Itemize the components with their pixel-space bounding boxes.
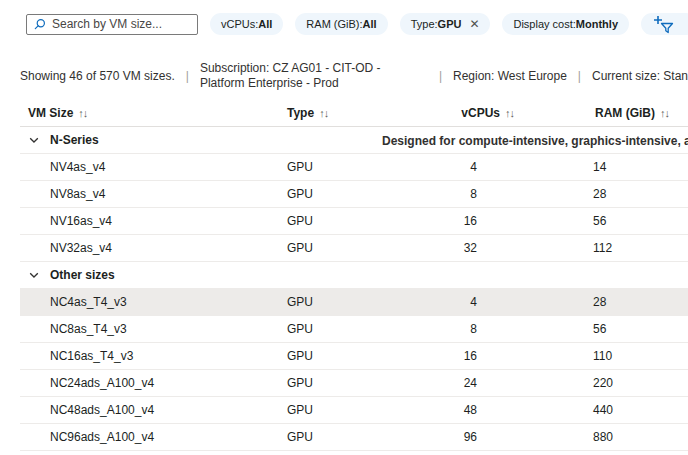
vm-size-table: VM Size↑↓ Type↑↓ vCPUs↑↓ RAM (GiB)↑↓ N-S… (20, 100, 688, 451)
results-count: Showing 46 of 570 VM sizes. (20, 69, 175, 84)
divider: | (578, 69, 581, 84)
type-cell: GPU (287, 403, 440, 417)
table-row[interactable]: NV4as_v4 GPU 4 14 (20, 154, 688, 181)
ram-cell: 28 (514, 187, 688, 201)
vm-size-cell: NV32as_v4 (20, 241, 287, 255)
vm-size-cell: NC4as_T4_v3 (20, 295, 287, 309)
remove-filter-icon[interactable]: ✕ (469, 18, 479, 30)
group-name: Other sizes (50, 268, 115, 282)
ram-cell: 220 (514, 376, 688, 390)
ram-cell: 110 (514, 349, 688, 363)
column-header-vcpus[interactable]: vCPUs↑↓ (440, 106, 514, 120)
type-cell: GPU (287, 187, 440, 201)
search-input[interactable] (52, 17, 190, 31)
type-cell: GPU (287, 430, 440, 444)
vcpus-cell: 4 (440, 295, 514, 309)
filter-label: vCPUs (221, 18, 255, 30)
filter-value: Monthly (576, 18, 618, 30)
sort-icon: ↑↓ (78, 107, 87, 119)
filter-value: GPU (438, 18, 462, 30)
type-cell: GPU (287, 214, 440, 228)
filter-pill-display-cost[interactable]: Display cost : Monthly (502, 13, 629, 35)
column-header-vm-size[interactable]: VM Size↑↓ (20, 106, 287, 120)
chevron-down-icon[interactable] (28, 134, 40, 146)
vcpus-cell: 96 (440, 430, 514, 444)
table-row[interactable]: NC8as_T4_v3 GPU 8 56 (20, 316, 688, 343)
group-row-n-series[interactable]: N-Series Designed for compute-intensive,… (20, 127, 688, 154)
vcpus-cell: 48 (440, 403, 514, 417)
sort-icon: ↑↓ (505, 107, 514, 119)
filter-pill-ram[interactable]: RAM (GiB) : All (295, 13, 387, 35)
column-header-ram[interactable]: RAM (GiB)↑↓ (514, 106, 688, 120)
type-cell: GPU (287, 376, 440, 390)
filter-value: All (363, 18, 377, 30)
table-row[interactable]: NV8as_v4 GPU 8 28 (20, 181, 688, 208)
vm-size-picker: vCPUs : All RAM (GiB) : All Type : GPU ✕… (0, 0, 688, 455)
sort-icon: ↑↓ (660, 107, 669, 119)
vm-size-cell: NV4as_v4 (20, 160, 287, 174)
vm-size-cell: NV16as_v4 (20, 214, 287, 228)
table-row[interactable]: NV16as_v4 GPU 16 56 (20, 208, 688, 235)
filter-bar: vCPUs : All RAM (GiB) : All Type : GPU ✕… (0, 0, 688, 48)
table-row-selected[interactable]: NC4as_T4_v3 GPU 4 28 (20, 289, 688, 316)
type-cell: GPU (287, 322, 440, 336)
subscription-info: Subscription: CZ AG01 - CIT-OD - Platfor… (200, 61, 428, 91)
filter-value: All (258, 18, 272, 30)
sort-icon: ↑↓ (319, 107, 328, 119)
search-box[interactable] (26, 14, 198, 35)
table-header-row: VM Size↑↓ Type↑↓ vCPUs↑↓ RAM (GiB)↑↓ (20, 100, 688, 127)
vcpus-cell: 8 (440, 187, 514, 201)
filter-label: RAM (GiB) (306, 18, 359, 30)
vm-size-cell: NC48ads_A100_v4 (20, 403, 287, 417)
ram-cell: 880 (514, 430, 688, 444)
vcpus-cell: 32 (440, 241, 514, 255)
vm-size-cell: NC24ads_A100_v4 (20, 376, 287, 390)
ram-cell: 56 (514, 322, 688, 336)
vm-size-cell: NV8as_v4 (20, 187, 287, 201)
group-row-other-sizes[interactable]: Other sizes (20, 262, 688, 289)
vcpus-cell: 24 (440, 376, 514, 390)
table-row[interactable]: NC16as_T4_v3 GPU 16 110 (20, 343, 688, 370)
ram-cell: 14 (514, 160, 688, 174)
table-row[interactable]: NC48ads_A100_v4 GPU 48 440 (20, 397, 688, 424)
filter-pill-vcpus[interactable]: vCPUs : All (210, 13, 283, 35)
filter-label: Display cost (513, 18, 572, 30)
table-row[interactable]: NC96ads_A100_v4 GPU 96 880 (20, 424, 688, 451)
vcpus-cell: 8 (440, 322, 514, 336)
ram-cell: 56 (514, 214, 688, 228)
type-cell: GPU (287, 160, 440, 174)
vm-size-cell: NC16as_T4_v3 (20, 349, 287, 363)
vm-size-cell: NC96ads_A100_v4 (20, 430, 287, 444)
group-name: N-Series (50, 133, 99, 147)
add-filter-icon (653, 15, 675, 34)
divider: | (186, 69, 189, 84)
vcpus-cell: 16 (440, 349, 514, 363)
current-size-info: Current size: Standard (592, 69, 688, 84)
filter-label: Type (411, 18, 435, 30)
type-cell: GPU (287, 349, 440, 363)
vm-size-cell: NC8as_T4_v3 (20, 322, 287, 336)
vcpus-cell: 16 (440, 214, 514, 228)
table-row[interactable]: NV32as_v4 GPU 32 112 (20, 235, 688, 262)
summary-bar: Showing 46 of 570 VM sizes. | Subscripti… (0, 57, 688, 95)
add-filter-button[interactable] (641, 13, 688, 35)
ram-cell: 112 (514, 241, 688, 255)
vcpus-cell: 4 (440, 160, 514, 174)
type-cell: GPU (287, 295, 440, 309)
search-icon (34, 18, 46, 30)
table-row[interactable]: NC24ads_A100_v4 GPU 24 220 (20, 370, 688, 397)
ram-cell: 440 (514, 403, 688, 417)
ram-cell: 28 (514, 295, 688, 309)
region-info: Region: West Europe (453, 69, 567, 84)
chevron-down-icon[interactable] (28, 269, 40, 281)
group-description: Designed for compute-intensive, graphics… (382, 127, 688, 154)
filter-pill-type[interactable]: Type : GPU ✕ (400, 13, 491, 35)
type-cell: GPU (287, 241, 440, 255)
divider: | (439, 69, 442, 84)
column-header-type[interactable]: Type↑↓ (287, 106, 440, 120)
